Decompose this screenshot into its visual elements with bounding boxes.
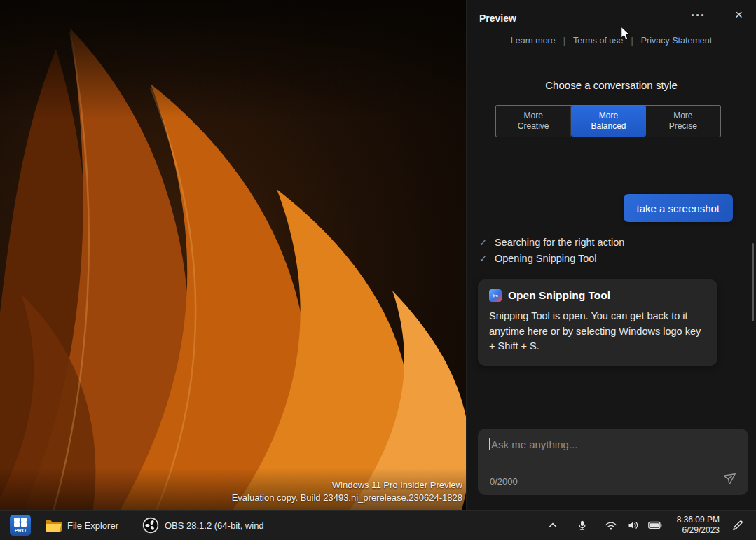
learn-more-link[interactable]: Learn more	[511, 36, 556, 46]
desktop-wallpaper: Windows 11 Pro Insider Preview Evaluatio…	[0, 0, 466, 510]
check-icon: ✓	[479, 254, 487, 264]
watermark-line1: Windows 11 Pro Insider Preview	[232, 479, 462, 492]
start-button[interactable]: PRO	[10, 515, 31, 536]
wifi-icon[interactable]	[600, 515, 622, 535]
footer-links: Learn more | Terms of use | Privacy Stat…	[467, 36, 756, 46]
progress-step: ✓ Searching for the right action	[479, 237, 624, 248]
windows-logo-icon	[14, 518, 27, 527]
watermark-line2: Evaluation copy. Build 23493.ni_prerelea…	[232, 492, 462, 504]
style-label-bottom: Precise	[669, 121, 697, 132]
svg-text:✂: ✂	[493, 292, 498, 300]
windows-desktop-screen: Windows 11 Pro Insider Preview Evaluatio…	[0, 0, 756, 540]
clock-date: 6/29/2023	[677, 525, 720, 536]
conversation-style-toggle: More Creative More Balanced More Precise	[495, 105, 721, 137]
sidebar-title: Preview	[479, 13, 516, 24]
taskbar-item-label: OBS 28.1.2 (64-bit, wind	[165, 520, 264, 531]
system-tray: 8:36:09 PM 6/29/2023	[542, 515, 749, 536]
sidebar-scrollbar[interactable]	[752, 243, 754, 321]
start-pro-label: PRO	[15, 527, 27, 534]
taskbar-clock[interactable]: 8:36:09 PM 6/29/2023	[677, 515, 720, 536]
step-label: Searching for the right action	[495, 237, 624, 248]
taskbar-item-file-explorer[interactable]: File Explorer	[38, 515, 125, 536]
chat-input-placeholder: Ask me anything...	[491, 438, 577, 450]
close-icon[interactable]: ×	[729, 6, 749, 24]
conversation-style-heading: Choose a conversation style	[467, 79, 756, 91]
microphone-in-use-icon[interactable]	[572, 515, 593, 535]
windows-build-watermark: Windows 11 Pro Insider Preview Evaluatio…	[232, 479, 462, 504]
snipping-tool-icon: ✂	[489, 289, 502, 302]
pen-icon[interactable]	[727, 515, 749, 536]
privacy-statement-link[interactable]: Privacy Statement	[641, 36, 712, 46]
style-label-bottom: Creative	[518, 121, 549, 132]
taskbar: PRO File Explorer OBS 28.1.2 (64-bit, wi…	[0, 510, 756, 540]
style-more-creative-button[interactable]: More Creative	[496, 106, 571, 137]
card-title: Open Snipping Tool	[508, 289, 610, 302]
tray-overflow-chevron-icon[interactable]	[542, 515, 563, 535]
style-label-bottom: Balanced	[591, 121, 626, 132]
chat-composer[interactable]: Ask me anything... 0/2000	[478, 429, 748, 495]
taskbar-item-obs[interactable]: OBS 28.1.2 (64-bit, wind	[135, 513, 271, 537]
card-body-text: Snipping Tool is open. You can get back …	[489, 309, 706, 354]
link-separator: |	[563, 36, 565, 46]
style-more-precise-button[interactable]: More Precise	[646, 106, 720, 137]
taskbar-item-label: File Explorer	[67, 520, 118, 531]
user-message-bubble: take a screenshot	[624, 194, 733, 222]
volume-icon[interactable]	[622, 515, 643, 535]
terms-of-use-link[interactable]: Terms of use	[573, 36, 624, 46]
check-icon: ✓	[479, 237, 487, 248]
battery-icon[interactable]	[643, 517, 667, 534]
send-icon[interactable]	[721, 467, 741, 490]
agent-progress-steps: ✓ Searching for the right action ✓ Openi…	[479, 237, 624, 264]
progress-step: ✓ Opening Snipping Tool	[479, 253, 624, 264]
obs-icon	[142, 517, 159, 534]
style-label-top: More	[673, 111, 692, 121]
style-label-top: More	[599, 111, 618, 121]
clock-time: 8:36:09 PM	[677, 515, 720, 525]
style-more-balanced-button[interactable]: More Balanced	[571, 106, 645, 137]
file-explorer-icon	[45, 518, 62, 532]
bloom-wallpaper-art	[0, 0, 466, 510]
step-label: Opening Snipping Tool	[495, 253, 597, 264]
text-caret	[489, 438, 490, 450]
copilot-sidebar-panel: Preview ··· × Learn more | Terms of use …	[466, 0, 756, 510]
action-result-card: ✂ Open Snipping Tool Snipping Tool is op…	[478, 279, 717, 366]
chat-input[interactable]: Ask me anything...	[489, 438, 737, 450]
mouse-cursor	[621, 25, 633, 45]
card-header: ✂ Open Snipping Tool	[489, 289, 706, 302]
style-label-top: More	[523, 111, 542, 121]
more-options-icon[interactable]: ···	[685, 6, 711, 26]
character-counter: 0/2000	[490, 476, 518, 487]
